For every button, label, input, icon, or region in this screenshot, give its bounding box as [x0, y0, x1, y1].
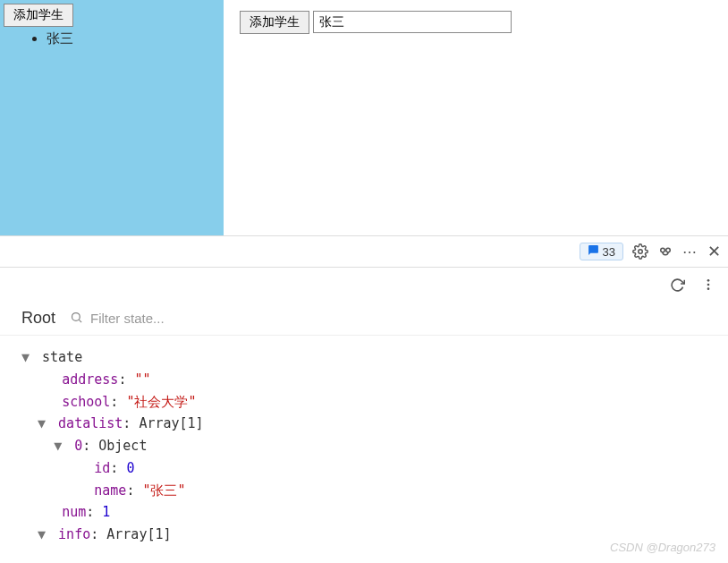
copilot-icon[interactable] — [657, 243, 673, 260]
svg-point-6 — [72, 312, 80, 320]
gear-icon[interactable] — [632, 243, 648, 260]
tree-value: 0 — [126, 460, 134, 476]
more-icon[interactable]: ⋯ — [682, 243, 698, 260]
svg-line-7 — [79, 320, 81, 322]
svg-point-0 — [639, 250, 643, 254]
caret-down-icon[interactable]: ▼ — [54, 435, 66, 457]
left-panel: 添加学生 张三 — [0, 0, 224, 235]
message-badge[interactable]: 33 — [580, 243, 623, 260]
tree-value: "" — [134, 371, 150, 388]
chat-icon — [588, 244, 599, 259]
kebab-menu-icon[interactable] — [701, 277, 715, 292]
search-icon — [70, 311, 83, 327]
devtools-toolbar: 33 ⋯ ✕ — [0, 235, 728, 268]
tree-key-num[interactable]: num — [62, 504, 86, 520]
caret-down-icon[interactable]: ▼ — [21, 346, 34, 369]
top-app-area: 添加学生 张三 添加学生 — [0, 0, 728, 235]
tree-type: Array[1] — [106, 526, 171, 542]
tree-key-name[interactable]: name — [94, 482, 126, 499]
tree-value: "社会大学" — [126, 394, 196, 410]
tree-key-index0[interactable]: 0 — [74, 438, 82, 454]
state-tree: ▼ state address: "" school: "社会大学" ▼ dat… — [0, 336, 728, 546]
refresh-icon[interactable] — [670, 277, 685, 293]
root-label: Root — [21, 309, 55, 328]
close-icon[interactable]: ✕ — [707, 242, 721, 261]
badge-count: 33 — [603, 245, 615, 259]
refresh-bar — [0, 268, 728, 302]
caret-down-icon[interactable]: ▼ — [38, 413, 50, 435]
list-item: 张三 — [47, 30, 224, 47]
caret-down-icon[interactable]: ▼ — [38, 524, 50, 546]
tree-key-info[interactable]: info — [58, 526, 90, 542]
student-list: 张三 — [47, 30, 224, 47]
svg-point-4 — [707, 284, 710, 286]
svg-point-2 — [666, 248, 671, 252]
tree-key-id[interactable]: id — [94, 460, 110, 476]
watermark: CSDN @Dragon273 — [610, 541, 715, 554]
filter-state-input[interactable] — [90, 311, 269, 326]
tree-value: "张三" — [142, 482, 185, 499]
tree-key-school[interactable]: school — [62, 394, 110, 410]
tree-type: Array[1] — [139, 415, 203, 431]
filter-bar: Root — [0, 302, 728, 336]
tree-node-state[interactable]: state — [42, 349, 82, 365]
add-student-button-left[interactable]: 添加学生 — [4, 4, 73, 27]
svg-point-5 — [707, 287, 710, 290]
student-name-input[interactable] — [313, 11, 512, 33]
add-student-button-right[interactable]: 添加学生 — [240, 11, 309, 34]
tree-key-datalist[interactable]: datalist — [58, 415, 123, 431]
svg-point-3 — [707, 279, 710, 282]
search-wrap — [70, 311, 269, 327]
tree-key-address[interactable]: address — [62, 371, 118, 388]
svg-point-1 — [661, 248, 665, 252]
tree-value: 1 — [102, 504, 110, 520]
tree-type: Object — [98, 438, 147, 454]
right-panel: 添加学生 — [224, 0, 728, 235]
